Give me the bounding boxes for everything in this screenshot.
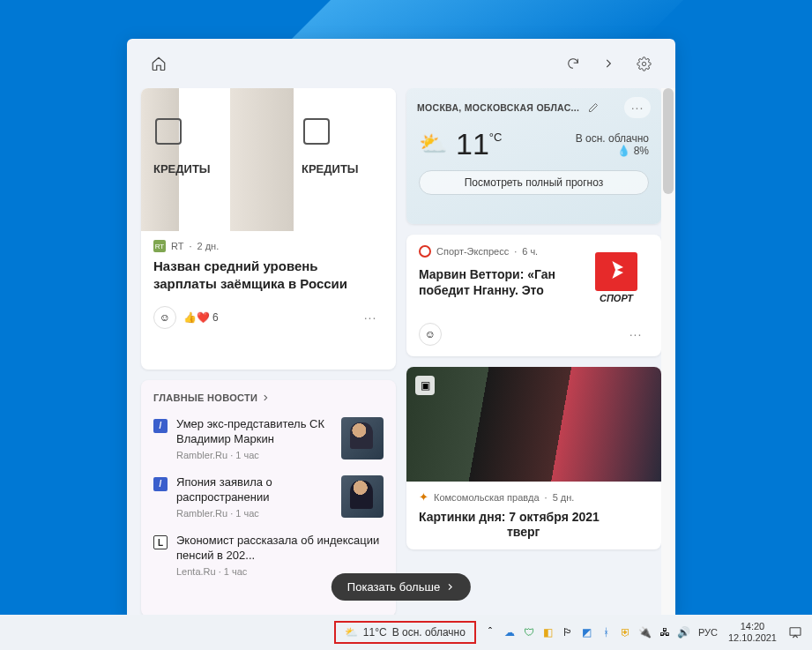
headline-thumbnail — [341, 417, 384, 459]
headline-thumbnail — [341, 475, 384, 518]
widget-header — [127, 39, 675, 88]
taskbar-temp: 11°C — [363, 626, 387, 639]
show-more-button[interactable]: Показать больше — [332, 573, 471, 601]
scrollbar[interactable] — [661, 88, 675, 616]
headline-title: Япония заявила о распространении — [176, 475, 332, 505]
weather-location: МОСКВА, МОСКОВСКАЯ ОБЛАС... — [417, 102, 579, 113]
defender-icon[interactable]: ⛨ — [617, 624, 635, 641]
taskbar-time: 14:20 — [728, 621, 777, 632]
taskbar-clock[interactable]: 14:20 12.10.2021 — [723, 621, 782, 644]
image-source-row: ✦ Комсомольская правда · 5 дн. — [419, 490, 649, 504]
headline-title: Экономист рассказала об индексации пенси… — [176, 534, 384, 564]
news-widget-panel: КРЕДИТЫ КРЕДИТЫ RT RT · 2 дн. Назван сре… — [127, 39, 675, 616]
svg-rect-1 — [790, 628, 801, 636]
battery-icon[interactable]: 🔌 — [637, 624, 654, 641]
weather-icon: ⛅ — [345, 626, 358, 639]
sport-source-row: Спорт-Экспресс · 6 ч. — [419, 245, 575, 258]
react-button[interactable]: ☺ — [153, 306, 176, 329]
weather-precip: 💧 8% — [576, 145, 649, 157]
headline-item[interactable]: / Умер экс-представитель СК Владимир Мар… — [141, 412, 396, 470]
image-news-card[interactable]: ▣ ✦ Комсомольская правда · 5 дн. Картинк… — [406, 367, 661, 549]
sport-time: 6 ч. — [522, 246, 538, 257]
image-title: Картинки дня: 7 октября 2021 — [419, 509, 649, 525]
headline-title: Умер экс-представитель СК Владимир Марки… — [176, 417, 332, 447]
news-title: Назван средний уровень зарплаты заёмщика… — [153, 258, 384, 292]
sport-title: Марвин Веттори: «Ган победит Нганну. Это — [419, 266, 575, 298]
headlines-header[interactable]: ГЛАВНЫЕ НОВОСТИ — [141, 380, 396, 412]
weather-temperature: 11°C — [456, 127, 502, 161]
image-text: КРЕДИТЫ — [153, 162, 211, 176]
sport-logo: СПОРТ — [584, 245, 649, 310]
news-card[interactable]: КРЕДИТЫ КРЕДИТЫ RT RT · 2 дн. Назван сре… — [141, 88, 396, 370]
source-name: Комсомольская правда — [434, 492, 540, 503]
taskbar-weather[interactable]: ⛅ 11°C В осн. облачно — [334, 621, 476, 644]
sport-card[interactable]: Спорт-Экспресс · 6 ч. Марвин Веттори: «Г… — [406, 235, 661, 356]
source-badge — [419, 245, 431, 258]
network-icon[interactable]: 🖧 — [656, 624, 674, 641]
settings-button[interactable] — [629, 49, 658, 78]
source-badge: ✦ — [419, 490, 428, 504]
refresh-button[interactable] — [559, 49, 587, 78]
source-icon: / — [153, 477, 168, 491]
flag-icon[interactable]: 🏳 — [559, 624, 577, 641]
bluetooth-icon[interactable]: ᚼ — [598, 624, 615, 641]
taskbar: ⛅ 11°C В осн. облачно ˆ ☁ 🛡 ◧ 🏳 ◩ ᚼ ⛨ 🔌 … — [0, 615, 812, 650]
tray-chevron-icon[interactable]: ˆ — [481, 624, 499, 641]
app-icon[interactable]: ◩ — [578, 624, 596, 641]
gallery-image: ▣ — [406, 367, 661, 482]
more-button[interactable]: ··· — [357, 307, 384, 328]
news-time: 2 дн. — [197, 241, 220, 251]
system-tray: ˆ ☁ 🛡 ◧ 🏳 ◩ ᚼ ⛨ 🔌 🖧 🔊 — [481, 624, 693, 641]
onedrive-icon[interactable]: ☁ — [501, 624, 518, 641]
taskbar-condition: В осн. облачно — [392, 626, 466, 639]
weather-icon: ⛅ — [419, 131, 447, 158]
reaction-count: 👍❤️6 — [183, 311, 219, 324]
action-center-button[interactable] — [786, 623, 805, 642]
image-subtitle: тверг — [507, 525, 649, 539]
home-button[interactable] — [145, 49, 173, 78]
source-icon: / — [153, 419, 168, 433]
app-icon[interactable]: ◧ — [540, 624, 557, 641]
svg-point-0 — [642, 62, 645, 65]
image-text: КРЕДИТЫ — [302, 162, 359, 176]
headline-meta: Rambler.Ru · 1 час — [176, 449, 332, 461]
weather-condition: В осн. облачно — [576, 132, 649, 145]
taskbar-date: 12.10.2021 — [728, 632, 777, 644]
headline-meta: Rambler.Ru · 1 час — [176, 507, 332, 519]
news-image: КРЕДИТЫ КРЕДИТЫ — [141, 88, 396, 231]
source-badge: RT — [153, 240, 166, 252]
source-name: RT — [171, 241, 183, 251]
edit-location-button[interactable] — [585, 99, 602, 116]
weather-more-button[interactable]: ··· — [624, 97, 651, 118]
gallery-icon: ▣ — [415, 376, 435, 395]
source-name: Спорт-Экспресс — [436, 246, 509, 257]
react-button[interactable]: ☺ — [419, 323, 442, 346]
security-icon[interactable]: 🛡 — [520, 624, 538, 641]
image-time: 5 дн. — [553, 492, 575, 503]
volume-icon[interactable]: 🔊 — [675, 624, 693, 641]
source-icon: L — [153, 535, 168, 549]
forward-button[interactable] — [594, 49, 622, 78]
news-source-row: RT RT · 2 дн. — [153, 240, 384, 252]
more-button[interactable]: ··· — [622, 324, 649, 345]
full-forecast-button[interactable]: Посмотреть полный прогноз — [419, 170, 649, 195]
scrollbar-thumb[interactable] — [663, 88, 674, 194]
headline-item[interactable]: / Япония заявила о распространении Rambl… — [141, 470, 396, 528]
language-indicator[interactable]: РУС — [693, 627, 723, 638]
weather-card[interactable]: МОСКВА, МОСКОВСКАЯ ОБЛАС... ··· ⛅ 11°C В… — [406, 88, 661, 224]
